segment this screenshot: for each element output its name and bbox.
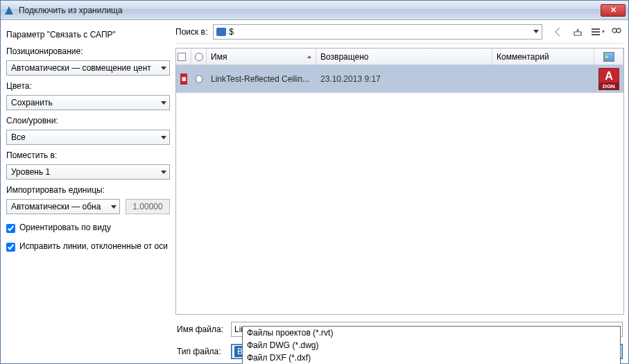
- units-value: Автоматически — обна: [11, 202, 101, 211]
- col-comment-label: Комментарий: [497, 52, 549, 62]
- layers-combo[interactable]: Все: [6, 130, 170, 145]
- search-in-combo[interactable]: $: [213, 24, 542, 40]
- col-preview[interactable]: [594, 49, 623, 64]
- chevron-down-icon: [533, 30, 539, 33]
- checkbox-icon: [178, 53, 186, 61]
- close-button[interactable]: ✕: [601, 4, 626, 17]
- positioning-value: Автоматически — совмещение цент: [11, 63, 151, 73]
- filetype-option[interactable]: Файл DXF (*.dxf): [243, 352, 620, 364]
- positioning-combo[interactable]: Автоматически — совмещение цент: [6, 60, 170, 76]
- svg-rect-1: [592, 31, 600, 33]
- positioning-label: Позиционирование:: [6, 46, 170, 56]
- radio-icon: [195, 53, 203, 61]
- table-row[interactable]: ▣ LinkTest-Reflected Ceilin... 23.10.201…: [176, 65, 623, 93]
- col-name[interactable]: Имя: [207, 49, 316, 64]
- layers-value: Все: [11, 132, 26, 142]
- dialog-window: Подключить из хранилища ✕ Параметр "Связ…: [0, 0, 629, 364]
- placeat-value: Уровень 1: [11, 167, 50, 177]
- filetype-option[interactable]: Файлы проектов (*.rvt): [243, 327, 620, 339]
- back-button[interactable]: [551, 24, 566, 40]
- window-title: Подключить из хранилища: [19, 6, 601, 15]
- orient-checkbox-row[interactable]: Ориентировать по виду: [6, 223, 170, 233]
- chevron-down-icon: [111, 205, 117, 209]
- layers-label: Слои/уровни:: [6, 116, 170, 125]
- chevron-down-icon: [161, 101, 166, 105]
- chevron-down-icon: [161, 67, 166, 70]
- colors-label: Цвета:: [6, 81, 170, 91]
- filetype-dropdown[interactable]: Файлы проектов (*.rvt) Файл DWG (*.dwg) …: [242, 326, 621, 364]
- svg-rect-0: [592, 28, 600, 30]
- sort-asc-icon: [307, 55, 311, 58]
- up-button[interactable]: [570, 24, 585, 40]
- row-filetype-icon: ▣: [176, 65, 191, 92]
- row-name: LinkTest-Reflected Ceilin...: [207, 65, 316, 92]
- options-panel: Параметр "Связать с САПР" Позиционирован…: [5, 24, 171, 359]
- svg-point-4: [617, 28, 621, 33]
- filetype-label: Тип файла:: [177, 347, 225, 356]
- colors-value: Сохранить: [11, 98, 53, 107]
- orient-checkbox[interactable]: [6, 224, 15, 233]
- dgn-small-icon: ▣: [180, 73, 187, 85]
- filetype-option[interactable]: Файл DWG (*.dwg): [243, 339, 620, 352]
- search-value: $: [229, 27, 234, 37]
- col-name-label: Имя: [211, 52, 227, 62]
- units-combo[interactable]: Автоматически — обна: [6, 199, 120, 214]
- col-radio[interactable]: [191, 49, 207, 64]
- find-button[interactable]: [609, 24, 624, 40]
- close-icon: ✕: [610, 6, 617, 14]
- views-button[interactable]: ▾: [589, 24, 605, 40]
- placeat-combo[interactable]: Уровень 1: [6, 164, 170, 180]
- dgn-badge-icon: A DGN: [598, 68, 619, 90]
- filename-label: Имя файла:: [177, 324, 225, 334]
- fixlines-label: Исправить линии, отклоненные от оси: [19, 241, 168, 251]
- radio-icon: [196, 75, 203, 83]
- orient-label: Ориентировать по виду: [19, 223, 111, 232]
- svg-rect-2: [592, 34, 600, 35]
- picture-icon: [603, 52, 614, 62]
- app-icon: [3, 5, 15, 16]
- units-number: 1.00000: [126, 199, 170, 214]
- file-list-header: Имя Возвращено Комментарий: [176, 49, 623, 65]
- row-radio[interactable]: [191, 65, 207, 92]
- colors-combo[interactable]: Сохранить: [6, 95, 170, 110]
- fixlines-checkbox-row[interactable]: Исправить линии, отклоненные от оси: [6, 241, 170, 252]
- col-comment[interactable]: Комментарий: [492, 49, 594, 64]
- svg-point-3: [612, 28, 617, 33]
- col-returned-label: Возвращено: [320, 52, 368, 62]
- title-bar[interactable]: Подключить из хранилища ✕: [1, 1, 628, 20]
- toolbar: Поиск в: $ ▾: [175, 24, 624, 44]
- fixlines-checkbox[interactable]: [6, 243, 15, 252]
- col-returned[interactable]: Возвращено: [316, 49, 492, 64]
- folder-icon: [216, 28, 226, 36]
- chevron-down-icon: [161, 136, 166, 139]
- section-label: Параметр "Связать с САПР": [6, 30, 170, 40]
- file-list: Имя Возвращено Комментарий ▣ LinkTest-Re…: [175, 48, 624, 315]
- placeat-label: Поместить в:: [6, 150, 170, 160]
- row-comment: [492, 65, 594, 92]
- row-date: 23.10.2013 9:17: [316, 65, 492, 92]
- chevron-down-icon: [161, 171, 166, 174]
- browser-panel: Поиск в: $ ▾: [175, 24, 624, 359]
- search-label: Поиск в:: [175, 27, 207, 37]
- row-preview: A DGN: [594, 65, 623, 92]
- col-checkbox[interactable]: [176, 49, 191, 64]
- units-label: Импортировать единицы:: [6, 185, 170, 195]
